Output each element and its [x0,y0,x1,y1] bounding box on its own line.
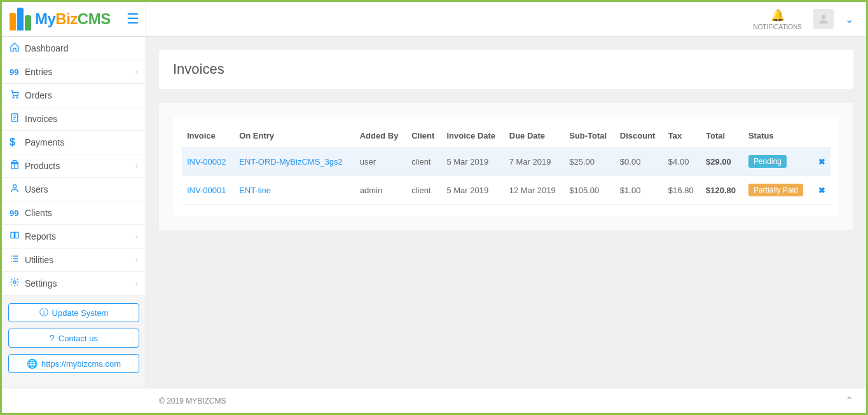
user-icon [10,183,25,196]
book-icon [10,230,25,243]
cell-subtotal: $25.00 [564,147,615,176]
main-content: Invoices InvoiceOn EntryAdded ByClientIn… [146,37,866,388]
cell-total: $120.80 [701,176,743,205]
sidebar-item-payments[interactable]: $Payments [2,131,146,154]
entry-link[interactable]: ENT-ORD-MyBizCMS_3gs2 [239,157,343,167]
sidebar-item-products[interactable]: Products‹ [2,154,146,178]
entry-link[interactable]: ENT-line [239,186,271,195]
column-header: Invoice [182,125,234,147]
chevron-left-icon: ‹ [135,161,138,170]
sidebar-item-orders[interactable]: Orders [2,84,146,107]
column-header [812,125,830,147]
sidebar-item-label: Settings [25,278,135,289]
gear-icon [10,277,25,290]
table-row: INV-00002ENT-ORD-MyBizCMS_3gs2userclient… [182,147,830,176]
dollar-icon: $ [10,137,25,148]
invoices-table-wrap: InvoiceOn EntryAdded ByClientInvoice Dat… [173,117,839,216]
cell-client: client [406,176,441,205]
user-menu-chevron-icon[interactable]: ⌄ [845,13,853,25]
sidebar-item-clients[interactable]: 99Clients [2,201,146,225]
home-icon [10,42,25,55]
chevron-left-icon: ‹ [135,255,138,264]
sidebar-item-invoices[interactable]: Invoices [2,107,146,131]
column-header: Total [701,125,743,147]
globe-icon: 🌐 [27,358,38,369]
sidebar-item-label: Dashboard [25,43,138,53]
logo-bars-icon [10,8,31,31]
svg-point-2 [17,97,18,98]
chevron-left-icon: ‹ [135,67,138,76]
cell-due-date: 7 Mar 2019 [504,147,564,176]
cart-icon [10,89,25,102]
sidebar-item-utilities[interactable]: Utilities‹ [2,248,146,272]
column-header: Discount [615,125,663,147]
logo-text[interactable]: MyBizCMS [35,10,111,28]
delete-icon[interactable]: ✖ [818,157,825,167]
column-header: Due Date [504,125,564,147]
sidebar-item-label: Orders [25,90,138,100]
column-header: Sub-Total [564,125,615,147]
cell-tax: $16.80 [663,176,701,205]
sidebar-item-reports[interactable]: Reports‹ [2,225,146,248]
cell-invoice-date: 5 Mar 2019 [441,147,504,176]
list-icon [10,254,25,266]
sidebar-item-label: Products [25,161,135,171]
sidebar-item-entries[interactable]: 99Entries‹ [2,60,146,84]
sidebar-item-label: Entries [25,67,135,77]
header: MyBizCMS ☰ 🔔 NOTIFICATIONS ⌄ [2,2,866,37]
contact-us-button[interactable]: ? Contact us [8,329,139,348]
notifications-label: NOTIFICATIONS [754,24,802,31]
help-icon: ? [50,333,55,343]
chevron-left-icon: ‹ [135,279,138,288]
sidebar: Dashboard99Entries‹OrdersInvoices$Paymen… [2,37,146,388]
sidebar-item-settings[interactable]: Settings‹ [2,272,146,296]
status-badge: Pending [748,155,787,168]
number-99-icon: 99 [10,67,25,77]
svg-point-1 [13,97,14,98]
delete-icon[interactable]: ✖ [818,186,825,195]
chevron-left-icon: ‹ [135,232,138,241]
svg-point-6 [13,281,16,283]
footer: © 2019 MYBIZCMS ⌃ [2,388,866,413]
column-header: Client [406,125,441,147]
cell-invoice-date: 5 Mar 2019 [441,176,504,205]
cell-total: $29.00 [701,147,743,176]
sidebar-toggle-icon[interactable]: ☰ [127,11,139,27]
logo-area: MyBizCMS ☰ [2,2,146,37]
scroll-top-icon[interactable]: ⌃ [845,395,853,407]
table-row: INV-00001ENT-lineadminclient5 Mar 201912… [182,176,830,205]
page-title-card: Invoices [159,50,853,89]
notifications-button[interactable]: 🔔 NOTIFICATIONS [754,8,802,31]
update-system-button[interactable]: ⓘ Update System [8,303,139,322]
contact-us-label: Contact us [59,334,98,343]
sidebar-item-users[interactable]: Users [2,178,146,201]
column-header: Added By [355,125,406,147]
column-header: Status [743,125,812,147]
page-title: Invoices [173,61,839,78]
cell-due-date: 12 Mar 2019 [504,176,564,205]
cell-tax: $4.00 [663,147,701,176]
sidebar-item-dashboard[interactable]: Dashboard [2,37,146,60]
sidebar-item-label: Reports [25,231,135,242]
avatar[interactable] [813,9,834,29]
sidebar-item-label: Payments [25,137,138,147]
svg-point-0 [822,15,826,19]
site-link-button[interactable]: 🌐 https://mybizcms.com [8,354,139,373]
column-header: On Entry [234,125,355,147]
site-link-label: https://mybizcms.com [41,359,121,369]
sidebar-item-label: Users [25,184,138,194]
bell-icon: 🔔 [754,8,802,22]
column-header: Invoice Date [441,125,504,147]
cell-added-by: admin [355,176,406,205]
info-icon: ⓘ [39,307,48,318]
footer-copyright: © 2019 MYBIZCMS [159,397,226,405]
cell-client: client [406,147,441,176]
invoice-link[interactable]: INV-00001 [187,186,226,195]
gift-icon [10,160,25,172]
invoices-table: InvoiceOn EntryAdded ByClientInvoice Dat… [182,125,830,205]
invoice-link[interactable]: INV-00002 [187,157,226,167]
status-badge: Partially Paid [748,184,803,196]
content-card: InvoiceOn EntryAdded ByClientInvoice Dat… [159,103,853,230]
cell-added-by: user [355,147,406,176]
sidebar-item-label: Utilities [25,255,135,265]
